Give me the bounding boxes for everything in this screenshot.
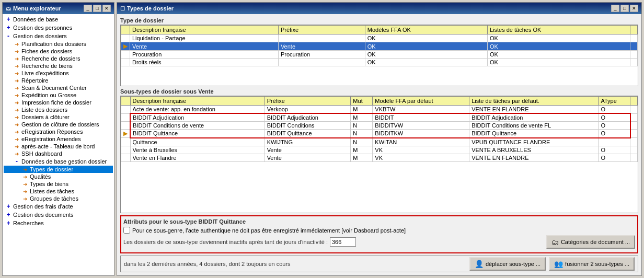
right-maximize-button[interactable]: □ bbox=[620, 5, 629, 12]
tree-label: après-acte - Tableau de bord bbox=[21, 143, 95, 149]
top-col-header: Listes de tâches OK bbox=[487, 26, 630, 34]
minimize-button[interactable]: _ bbox=[84, 5, 92, 12]
tree-item-listes-taches[interactable]: ➜Listes des tâches bbox=[4, 188, 113, 195]
tree-label: Liste des dossiers bbox=[21, 107, 67, 113]
tree-item-ssh-dashboard[interactable]: ➜SSH dashboard bbox=[4, 150, 113, 157]
attributes-label: Attributs pour le sous-type BIDDIT Quitt… bbox=[123, 218, 635, 225]
left-title: 🗂 Menu explorateur bbox=[6, 5, 61, 11]
tree-item-fiches[interactable]: ➜Fiches des dossiers bbox=[4, 48, 113, 55]
tree-item-liste-dossiers[interactable]: ➜Liste des dossiers bbox=[4, 106, 113, 113]
merge-subtypes-button[interactable]: 👥 fusionner 2 sous-types ... bbox=[549, 257, 635, 271]
mid-table-row[interactable]: QuittanceKWIJTNGNKWITANVPUB QUITTANCE FL… bbox=[121, 138, 638, 146]
tree-item-types-dossier[interactable]: ➜Types de dossier bbox=[4, 166, 113, 173]
tree-item-groupes-taches[interactable]: ➜Groupes de tâches bbox=[4, 195, 113, 202]
right-title: ☐ Types de dossier bbox=[120, 5, 174, 11]
tree-item-expedition-grosse[interactable]: ➜Expédition ou Grosse bbox=[4, 91, 113, 99]
top-col-header: Modèles FFA OK bbox=[365, 26, 487, 34]
inactive-value-input[interactable] bbox=[330, 237, 356, 247]
tree-item-recherches[interactable]: +Recherches bbox=[4, 219, 113, 227]
tree-label: Gestion des dossiers bbox=[13, 33, 67, 39]
mid-cell: VK bbox=[373, 154, 469, 161]
maximize-button[interactable]: □ bbox=[93, 5, 101, 12]
mid-cell: BIDDIT Conditions bbox=[264, 122, 351, 130]
top-cell: Droits réels bbox=[130, 59, 279, 66]
tree-item-gestion-dossiers[interactable]: -Gestion des dossiers bbox=[4, 32, 113, 40]
right-close-button[interactable]: ✕ bbox=[630, 5, 638, 12]
mid-cell: N bbox=[351, 138, 373, 146]
tree-label: Types de dossier bbox=[30, 166, 73, 172]
tree-item-types-biens[interactable]: ➜Types de biens bbox=[4, 180, 113, 188]
mid-cell: O bbox=[599, 113, 630, 122]
mid-table-row[interactable]: Vente en FlandreVenteMVKVENTE EN FLANDRE… bbox=[121, 154, 638, 161]
mid-cell: KWITAN bbox=[373, 138, 469, 146]
sub-table-container[interactable]: Description françaisePréfixeMutModèle FF… bbox=[120, 96, 638, 213]
top-cell: Vente bbox=[278, 42, 365, 51]
top-cell: Vente bbox=[130, 42, 279, 51]
tree-item-gestion-documents[interactable]: +Gestion des documents bbox=[4, 211, 113, 219]
mid-table-row[interactable]: BIDDIT Conditions de venteBIDDIT Conditi… bbox=[121, 122, 638, 130]
mid-table-row[interactable]: BIDDIT AdjudicationBIDDIT AdjudicationMB… bbox=[121, 113, 638, 122]
tree-label: Livre d'expéditions bbox=[21, 70, 69, 76]
tree-item-gestion-personnes[interactable]: +Gestion des personnes bbox=[4, 24, 113, 32]
tree-item-gestion-frais[interactable]: +Gestion des frais d'acte bbox=[4, 202, 113, 211]
tree-item-qualites[interactable]: ➜Qualités bbox=[4, 173, 113, 180]
tree-item-recherche-dossiers[interactable]: ➜Recherche de dossiers bbox=[4, 55, 113, 62]
inactive-row: Les dossiers de ce sous-type deviennent … bbox=[123, 235, 635, 249]
tree-item-scan-doc[interactable]: ➜Scan & Document Center bbox=[4, 84, 113, 91]
top-table-row[interactable]: ▶VenteVenteOKOK bbox=[121, 42, 638, 51]
mid-cell: N bbox=[351, 130, 373, 138]
mid-col-header: Mut bbox=[351, 97, 373, 106]
tree-item-gestion-cloture[interactable]: ➜Gestion de clôture de dossiers bbox=[4, 121, 113, 128]
mid-cell: Quittance bbox=[130, 138, 264, 146]
mid-table-row[interactable]: Acte de vente: app. en fondationVerkoopM… bbox=[121, 106, 638, 114]
top-table-container[interactable]: Description françaisePréfixeModèles FFA … bbox=[120, 25, 638, 86]
top-table-row[interactable]: ProcurationProcurationOKOK bbox=[121, 51, 638, 59]
tree-item-donnees-base-gestion[interactable]: -Données de base gestion dossier bbox=[4, 157, 113, 166]
tree-item-dossiers-cloture[interactable]: ➜Dossiers à clôturer bbox=[4, 113, 113, 121]
tree-label: Groupes de tâches bbox=[30, 195, 78, 202]
tree-label: Gestion de clôture de dossiers bbox=[21, 121, 99, 128]
tree-label: Expédition ou Grosse bbox=[21, 92, 76, 98]
tree-item-recherche-biens[interactable]: ➜Recherche de biens bbox=[4, 62, 113, 70]
tree-item-eregistration-amend[interactable]: ➜eRegistration Amendes bbox=[4, 135, 113, 143]
tree-label: Recherche de biens bbox=[21, 63, 73, 69]
tree-item-apres-acte[interactable]: ➜après-acte - Tableau de bord bbox=[4, 143, 113, 150]
close-button[interactable]: ✕ bbox=[102, 5, 111, 12]
tree-item-repertoire[interactable]: ➜Répertoire bbox=[4, 77, 113, 84]
tree-label: Gestion des frais d'acte bbox=[13, 203, 73, 210]
checkbox-row: Pour ce sous-genre, l'acte authentique n… bbox=[123, 227, 635, 234]
tree-item-livre-expeditions[interactable]: ➜Livre d'expéditions bbox=[4, 70, 113, 77]
categories-button[interactable]: 🗂 Catégories de document ... bbox=[546, 235, 635, 249]
top-col-header: Préfixe bbox=[278, 26, 365, 34]
tree-label: Listes des tâches bbox=[30, 188, 74, 194]
checkbox-label: Pour ce sous-genre, l'acte authentique n… bbox=[132, 227, 406, 234]
tree-label: Recherches bbox=[13, 220, 44, 226]
move-subtype-button[interactable]: 👤 déplacer sous-type ... bbox=[469, 257, 546, 271]
mid-cell: Vente bbox=[264, 154, 351, 161]
right-minimize-button[interactable]: _ bbox=[611, 5, 619, 12]
mid-col-header: AType bbox=[599, 97, 630, 106]
mid-cell: BIDDIT Quittance bbox=[264, 130, 351, 138]
mid-cell: VK bbox=[373, 146, 469, 154]
tree-label: Données de base bbox=[13, 16, 58, 22]
top-cell: OK bbox=[365, 59, 487, 66]
tree-item-donnees-base[interactable]: +Données de base bbox=[4, 15, 113, 24]
tree-item-planification[interactable]: ➜Planification des dossiers bbox=[4, 40, 113, 48]
right-window-controls: _ □ ✕ bbox=[611, 5, 638, 12]
tree-item-eregistration-rep[interactable]: ➜eRegistration Réponses bbox=[4, 128, 113, 135]
merge-button-label: fusionner 2 sous-types ... bbox=[565, 261, 629, 267]
mid-section-label: Sous-types de dossier sous Vente bbox=[120, 88, 638, 95]
mid-cell: BIDDIT bbox=[373, 113, 469, 122]
top-cell: Procuration bbox=[130, 51, 279, 59]
top-table-row[interactable]: Droits réelsOKOK bbox=[121, 59, 638, 66]
mid-cell: BIDDIT Adjudication bbox=[469, 113, 599, 122]
mid-table-row[interactable]: Vente à BruxellesVenteMVKVENTE A BRUXELL… bbox=[121, 146, 638, 154]
mid-col-header: Description française bbox=[130, 97, 264, 106]
auth-checkbox[interactable] bbox=[123, 227, 130, 234]
mid-table-row[interactable]: ▶BIDDIT QuittanceBIDDIT QuittanceNBIDDIT… bbox=[121, 130, 638, 138]
mid-cell: VPUB QUITTANCE FLANDRE bbox=[469, 138, 599, 146]
mid-cell: VKBTW bbox=[373, 106, 469, 114]
top-table-row[interactable]: Liquidation - PartageOKOK bbox=[121, 34, 638, 42]
tree-item-impression-fiche[interactable]: ➜Impression fiche de dossier bbox=[4, 99, 113, 106]
top-cell bbox=[278, 59, 365, 66]
